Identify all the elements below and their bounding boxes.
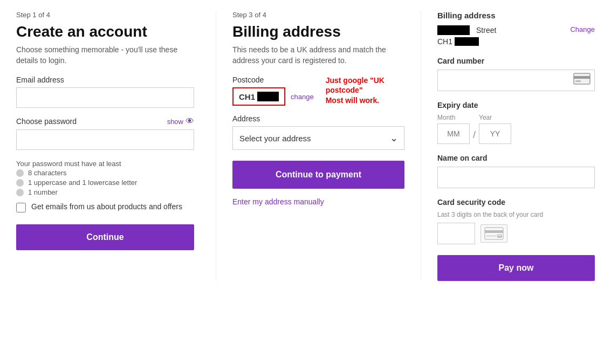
month-col: Month [437, 114, 470, 144]
postcode-value: CH1 [239, 92, 255, 101]
postcode-box: CH1 [232, 87, 285, 106]
email-input[interactable] [16, 87, 194, 108]
card-chip-icon [573, 73, 591, 88]
expiry-row: Month / Year [437, 114, 595, 144]
rule-item-1: 8 characters [16, 169, 194, 177]
email-opt-in-row: Get emails from us about products and of… [16, 202, 194, 212]
billing-address-title: Billing address [437, 11, 595, 20]
month-label: Month [437, 114, 470, 121]
postcode-label: Postcode [232, 75, 314, 84]
rule-item-3: 1 number [16, 188, 194, 196]
name-on-card-label: Name on card [437, 154, 595, 162]
annotation-line2: Most will work. [326, 95, 404, 105]
name-on-card-input[interactable] [437, 167, 595, 188]
billing-title: Billing address [232, 23, 404, 40]
svg-rect-4 [485, 230, 503, 233]
street-redacted [437, 25, 470, 35]
expiry-slash: / [473, 129, 476, 141]
csc-label: Card security code [437, 198, 595, 207]
pay-now-button[interactable]: Pay now [437, 255, 595, 281]
annotation-bubble: Just google "UK postcode" Most will work… [326, 75, 404, 105]
rule-dot-1 [16, 169, 24, 177]
address-label: Address [232, 114, 404, 123]
card-number-input[interactable] [437, 70, 595, 91]
create-account-section: Step 1 of 4 Create an account Choose som… [16, 11, 216, 281]
card-number-wrapper [437, 70, 595, 91]
expiry-label: Expiry date [437, 101, 595, 109]
password-label: Choose password [16, 117, 77, 126]
billing-address-section: Step 3 of 4 Billing address This needs t… [216, 11, 421, 281]
show-label: show [167, 118, 183, 126]
rule-item-2: 1 uppercase and 1 lowercase letter [16, 178, 194, 187]
step-label-middle: Step 3 of 4 [232, 11, 404, 19]
postcode-redacted [257, 92, 279, 101]
svg-rect-2 [575, 80, 581, 82]
svg-text:xxx: xxx [498, 235, 502, 238]
address-select[interactable]: Select your address [232, 126, 404, 150]
billing-postcode-prefix: CH1 [437, 37, 452, 46]
show-password-toggle[interactable]: show 👁 [167, 116, 194, 126]
email-opt-in-checkbox[interactable] [16, 203, 26, 212]
postcode-change-link[interactable]: change [291, 93, 314, 101]
rule-dot-3 [16, 189, 24, 196]
svg-rect-5 [486, 235, 496, 237]
csc-sublabel: Last 3 digits on the back of your card [437, 211, 595, 218]
password-rules: Your password must have at least 8 chara… [16, 160, 194, 196]
payment-section: Billing address Street Change CH1 Card n… [421, 11, 595, 281]
billing-subtitle: This needs to be a UK address and match … [232, 45, 404, 66]
address-select-wrapper: Select your address ⌄ [232, 126, 404, 150]
billing-postcode-redacted [455, 37, 479, 46]
rule-label-2: 1 uppercase and 1 lowercase letter [28, 178, 137, 187]
create-account-title: Create an account [16, 23, 194, 40]
create-account-subtitle: Choose something memorable - you'll use … [16, 45, 194, 66]
year-label: Year [479, 114, 511, 121]
year-col: Year [479, 114, 511, 144]
password-input[interactable] [16, 129, 194, 150]
rule-label-3: 1 number [28, 188, 58, 196]
rule-dot-2 [16, 179, 24, 187]
change-billing-link[interactable]: Change [570, 25, 595, 33]
rule-label-1: 8 characters [28, 169, 67, 177]
csc-input[interactable] [437, 223, 475, 244]
annotation-line1: Just google "UK postcode" [326, 75, 404, 95]
eye-icon: 👁 [186, 116, 194, 126]
continue-payment-button[interactable]: Continue to payment [232, 161, 404, 189]
billing-postcode-row: CH1 [437, 37, 595, 46]
email-opt-in-label: Get emails from us about products and of… [31, 202, 182, 212]
svg-rect-1 [574, 76, 590, 79]
email-label: Email address [16, 75, 194, 84]
csc-row: xxx [437, 223, 595, 244]
csc-card-icon: xxx [480, 224, 507, 243]
street-label: Street [476, 26, 496, 35]
billing-address-row: Street Change [437, 25, 595, 35]
year-input[interactable] [479, 123, 511, 144]
manual-address-link[interactable]: Enter my address manually [232, 197, 324, 206]
step-label-left: Step 1 of 4 [16, 11, 194, 19]
card-number-label: Card number [437, 57, 595, 65]
month-input[interactable] [437, 123, 470, 144]
continue-button[interactable]: Continue [16, 224, 194, 250]
